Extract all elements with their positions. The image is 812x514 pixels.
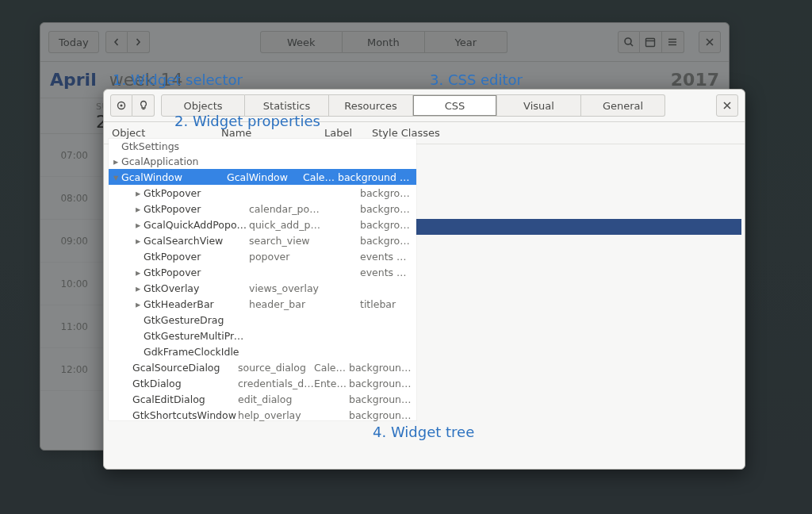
widget-tree[interactable]: GtkSettings ▸ GcalApplication ▾ GcalWind…: [109, 139, 416, 420]
tree-cell: views_overlay: [249, 282, 325, 294]
svg-point-3: [120, 104, 122, 106]
tree-cell: GcalSourceDialog: [132, 362, 238, 374]
inspector-headerbar: Objects Statistics Resources CSS Visual …: [104, 90, 745, 122]
tree-cell: GtkGestureDrag: [144, 314, 249, 326]
tree-cell: background: [360, 219, 412, 231]
tab-statistics[interactable]: Statistics: [245, 94, 329, 117]
tree-row[interactable]: GtkPopoverpopoverevents background: [109, 248, 416, 264]
tree-cell: background menu: [360, 187, 412, 199]
expand-icon[interactable]: ▸: [136, 187, 144, 199]
tree-row[interactable]: ▸GtkPopovercalendar_popoverbackground: [109, 201, 416, 217]
tree-cell: GtkPopover: [144, 267, 249, 278]
tree-row[interactable]: ▸GtkHeaderBarheader_bartitlebar: [109, 296, 416, 312]
tree-cell: GtkPopover: [144, 203, 249, 215]
tree-cell: GdkFrameClockIdle: [144, 346, 249, 358]
tree-cell: GtkGestureMultiPress: [144, 330, 249, 342]
tree-cell: background: [360, 235, 412, 247]
col-name: Name: [221, 127, 324, 139]
collapse-icon[interactable]: ▾: [113, 171, 121, 183]
tree-cell: calendar_popover: [249, 203, 325, 215]
tree-row[interactable]: ▸GtkPopoverbackground menu: [109, 185, 416, 201]
tab-css[interactable]: CSS: [413, 94, 497, 117]
tree-cell: GcalSearchView: [144, 235, 249, 247]
tree-cell: background: [360, 203, 412, 215]
widget-picker-button[interactable]: [110, 94, 132, 117]
tree-cell: GtkHeaderBar: [144, 298, 249, 310]
col-object: Object: [112, 127, 221, 139]
tree-cell: Enter …: [314, 378, 349, 389]
tree-row[interactable]: ▸ GcalApplication: [109, 154, 416, 169]
close-icon: [722, 101, 732, 110]
tree-cell: GtkShortcutsWindow: [132, 409, 238, 421]
inspector-tabs: Objects Statistics Resources CSS Visual …: [161, 94, 703, 117]
tree-row[interactable]: ▸GtkOverlayviews_overlay: [109, 280, 416, 296]
tree-cell: header_bar: [249, 298, 325, 310]
tree-cell: GcalQuickAddPopover: [144, 219, 249, 231]
lightbulb-icon: [138, 100, 149, 111]
tree-cell: GtkDialog: [132, 378, 238, 389]
tree-cell: search_view: [249, 235, 325, 247]
flash-widget-button[interactable]: [132, 94, 155, 117]
tree-row[interactable]: GtkDialogcredentials_dialogEnter …backgr…: [109, 375, 416, 391]
selection-highlight-tail: [416, 219, 741, 235]
tree-cell: help_overlay: [238, 409, 314, 421]
tree-cell: credentials_dialog: [238, 378, 314, 389]
tree-cell: events background: [360, 267, 412, 278]
expand-icon[interactable]: ▸: [113, 155, 121, 167]
tree-row[interactable]: ▸GtkPopoverevents background: [109, 264, 416, 280]
tree-cell: quick_add_popover: [249, 219, 325, 231]
tree-cell: background csd: [349, 362, 412, 374]
tree-cell: background csd: [349, 378, 412, 389]
expand-icon[interactable]: ▸: [136, 219, 144, 231]
tree-cell: edit_dialog: [238, 393, 314, 405]
tree-row[interactable]: GtkGestureMultiPress: [109, 328, 416, 343]
target-icon: [116, 100, 127, 111]
tree-cell: GtkPopover: [144, 251, 249, 263]
tree-cell: background csd: [349, 393, 412, 405]
widget-selector-group: [110, 94, 155, 117]
tree-cell: GcalEditDialog: [132, 393, 238, 405]
col-style: Style Classes: [372, 127, 737, 139]
col-label: Label: [324, 127, 372, 139]
tree-row[interactable]: GtkGestureDrag: [109, 312, 416, 328]
expand-icon[interactable]: ▸: [136, 203, 144, 215]
tree-row[interactable]: GcalSourceDialogsource_dialogCalen…backg…: [109, 359, 416, 375]
expand-icon[interactable]: ▸: [136, 282, 144, 294]
tree-cell: background csd: [349, 409, 412, 421]
tree-cell: Calen…: [314, 362, 349, 374]
tree-row[interactable]: GtkSettings: [109, 139, 416, 154]
tab-resources[interactable]: Resources: [329, 94, 413, 117]
expand-icon[interactable]: ▸: [136, 267, 144, 278]
expand-icon[interactable]: ▸: [136, 298, 144, 310]
tree-row[interactable]: ▸GcalSearchViewsearch_viewbackground: [109, 232, 416, 248]
tree-cell: titlebar: [360, 298, 412, 310]
tab-objects[interactable]: Objects: [161, 94, 245, 117]
tree-row-selected[interactable]: ▾ GcalWindow GcalWindow Calen… backgroun…: [109, 169, 416, 185]
inspector-window: Objects Statistics Resources CSS Visual …: [103, 89, 745, 470]
tree-cell: events background: [360, 251, 412, 263]
tree-row[interactable]: GtkShortcutsWindowhelp_overlaybackground…: [109, 407, 416, 423]
tree-row[interactable]: GdkFrameClockIdle: [109, 343, 416, 359]
tab-general[interactable]: General: [581, 94, 665, 117]
tree-cell: GtkOverlay: [144, 282, 249, 294]
inspector-close-button[interactable]: [716, 94, 738, 117]
tree-row[interactable]: ▸GcalQuickAddPopoverquick_add_popoverbac…: [109, 217, 416, 232]
tree-cell: popover: [249, 251, 325, 263]
tree-cell: GtkPopover: [144, 187, 249, 199]
expand-icon[interactable]: ▸: [136, 235, 144, 247]
tree-cell: source_dialog: [238, 362, 314, 374]
tree-row[interactable]: GcalEditDialogedit_dialogbackground csd: [109, 391, 416, 407]
tab-visual[interactable]: Visual: [497, 94, 581, 117]
